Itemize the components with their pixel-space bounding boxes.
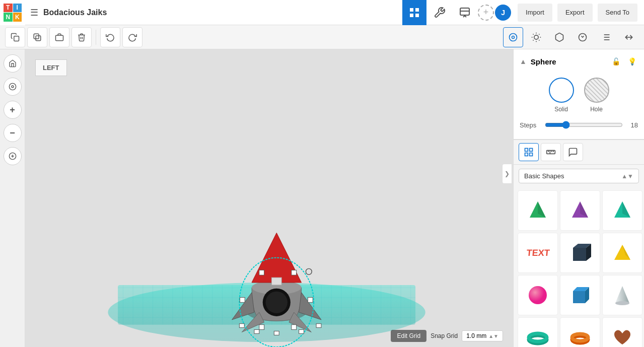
grid-view-button[interactable] — [402, 0, 426, 25]
solid-label: Solid — [554, 106, 568, 113]
shape-header: ▲ Sphere 🔓 💡 — [520, 55, 638, 67]
hole-option[interactable]: Hole — [584, 78, 609, 113]
svg-rect-46 — [240, 298, 245, 303]
svg-marker-72 — [614, 245, 630, 260]
main-area: + − LEFT — [0, 49, 644, 347]
svg-rect-55 — [525, 153, 528, 156]
shape-properties: ▲ Sphere 🔓 💡 Solid Hole Steps — [514, 49, 644, 140]
add-user-button[interactable]: + — [478, 5, 494, 21]
shape-collapse-button[interactable]: ▲ — [520, 57, 527, 65]
svg-rect-49 — [274, 331, 279, 335]
shape-box-navy[interactable] — [560, 233, 600, 273]
library-dropdown-label: Basic Shapes — [524, 172, 621, 180]
svg-rect-42 — [292, 270, 297, 275]
svg-rect-5 — [14, 36, 19, 41]
logo-n: N — [4, 13, 13, 22]
svg-rect-52 — [239, 324, 244, 328]
svg-marker-78 — [615, 286, 629, 303]
toolbar-separator — [96, 30, 96, 45]
svg-rect-39 — [271, 277, 281, 285]
camera-button[interactable] — [503, 27, 523, 47]
shape-torus-teal[interactable] — [518, 317, 558, 347]
shape-sphere-magenta[interactable] — [518, 275, 558, 315]
shape-pyramid-purple[interactable] — [560, 190, 600, 231]
shape-heart-brown[interactable] — [602, 317, 642, 347]
home-view-button[interactable] — [4, 54, 22, 73]
library-tabs — [514, 140, 644, 165]
toolbar-view-tools — [503, 27, 639, 47]
toolbar — [0, 25, 644, 49]
app-logo: T I N K — [0, 0, 25, 25]
zoom-out-button[interactable]: − — [4, 124, 22, 142]
info-icon[interactable]: 💡 — [626, 55, 638, 67]
rotation-button[interactable] — [573, 27, 593, 47]
canvas-area[interactable]: LEFT — [25, 49, 513, 347]
undo-button[interactable] — [100, 27, 120, 47]
top-right-icons: + J — [402, 0, 511, 25]
svg-rect-3 — [415, 14, 419, 17]
zoom-in-button[interactable]: + — [4, 101, 22, 119]
steps-value: 18 — [628, 121, 638, 129]
logo-k: K — [13, 13, 22, 22]
dropdown-arrow-icon: ▲▼ — [621, 173, 633, 180]
svg-rect-69 — [573, 248, 586, 261]
solid-option[interactable]: Solid — [549, 78, 574, 113]
redo-button[interactable] — [122, 27, 142, 47]
shape-pyramid-green[interactable] — [518, 190, 558, 231]
svg-line-15 — [539, 40, 539, 40]
topbar: T I N K ☰ Bodacious Jaiks + J Import Exp… — [0, 0, 644, 25]
svg-point-37 — [266, 292, 288, 313]
shape-pyramid-teal[interactable] — [602, 190, 642, 231]
steps-row: Steps 18 — [520, 117, 638, 133]
svg-point-29 — [12, 86, 14, 88]
export-button[interactable]: Export — [557, 4, 593, 22]
duplicate-button[interactable] — [27, 27, 47, 47]
group-button[interactable] — [49, 27, 69, 47]
light-button[interactable] — [526, 27, 546, 47]
snap-value[interactable]: 1.0 mm ▲▼ — [462, 330, 503, 341]
svg-rect-50 — [299, 330, 304, 334]
lock-icon[interactable]: 🔓 — [610, 55, 622, 67]
shape-outline-button[interactable] — [549, 27, 569, 47]
shape-pyramid-yellow[interactable] — [602, 233, 642, 273]
svg-point-10 — [512, 36, 515, 38]
snap-arrows: ▲▼ — [488, 333, 498, 339]
left-sidebar: + − — [0, 49, 25, 347]
shape-box-blue[interactable] — [560, 275, 600, 315]
svg-rect-41 — [259, 270, 264, 275]
gallery-button[interactable] — [453, 0, 477, 25]
solid-circle — [549, 78, 574, 103]
library-dropdown[interactable]: Basic Shapes ▲▼ — [519, 169, 639, 183]
steps-label: Steps — [520, 121, 540, 129]
snap-grid-label: Snap Grid — [431, 332, 458, 339]
solid-hole-selector: Solid Hole — [520, 74, 638, 117]
mirror-button[interactable] — [619, 27, 639, 47]
edit-grid-button[interactable]: Edit Grid — [391, 330, 426, 342]
user-avatar[interactable]: J — [495, 5, 511, 21]
shape-torus-orange[interactable] — [560, 317, 600, 347]
svg-rect-8 — [56, 35, 63, 41]
shape-text-red[interactable]: TEXT — [518, 233, 558, 273]
svg-point-79 — [615, 301, 629, 305]
copy-button[interactable] — [5, 27, 25, 47]
tools-button[interactable] — [427, 0, 452, 25]
hole-label: Hole — [590, 106, 603, 113]
tab-ruler[interactable] — [541, 143, 561, 161]
snap-to-grid-button[interactable] — [4, 147, 22, 165]
svg-text:TEXT: TEXT — [526, 248, 550, 258]
align-button[interactable] — [596, 27, 616, 47]
panel-collapse-handle[interactable]: ❯ — [502, 164, 512, 184]
send-to-button[interactable]: Send To — [598, 4, 637, 22]
delete-button[interactable] — [71, 27, 92, 47]
import-button[interactable]: Import — [518, 4, 552, 22]
svg-rect-51 — [316, 324, 321, 328]
menu-icon[interactable]: ☰ — [25, 7, 43, 18]
shape-cone-silver[interactable] — [602, 275, 642, 315]
tab-notes[interactable] — [563, 143, 583, 161]
steps-slider[interactable] — [545, 121, 623, 129]
action-buttons: Import Export Send To — [511, 4, 644, 22]
svg-rect-48 — [254, 330, 259, 334]
focus-button[interactable] — [4, 78, 22, 96]
svg-point-74 — [529, 286, 547, 304]
tab-grid[interactable] — [519, 143, 539, 161]
